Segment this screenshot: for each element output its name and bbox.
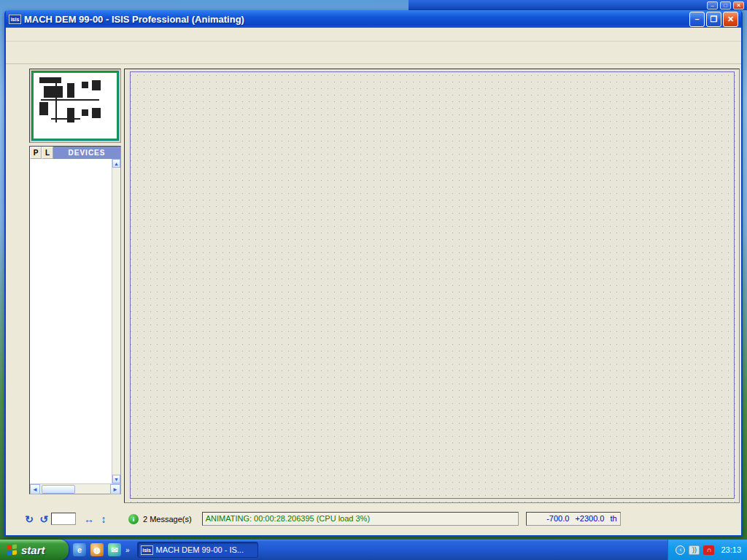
network-icon[interactable]: )): [689, 545, 700, 555]
system-tray: ‹ )) ∩ 23:13: [667, 540, 747, 560]
device-list-hscrollbar[interactable]: ◄ ►: [30, 483, 120, 494]
scroll-down-arrow[interactable]: ▼: [112, 475, 120, 483]
library-manager-button[interactable]: L: [42, 147, 53, 159]
background-window-titlebar: – □ ✕: [409, 0, 747, 10]
rotate-clockwise-button[interactable]: ↻: [22, 512, 36, 526]
info-icon: i: [128, 514, 139, 524]
device-list: [30, 159, 112, 483]
flip-horizontal-button[interactable]: ↔: [82, 512, 96, 526]
bg-minimize-button[interactable]: –: [707, 1, 718, 9]
taskbar-task-button[interactable]: isis MACH DEM 99-00 - IS...: [137, 542, 258, 558]
main-toolbar: [6, 42, 741, 64]
messenger-icon[interactable]: ✉: [108, 543, 121, 556]
overview-minimap[interactable]: [29, 69, 121, 143]
coord-units: th: [610, 513, 616, 525]
animation-status: ANIMATING: 00:00:28.206395 (CPU load 3%): [202, 512, 519, 526]
start-button[interactable]: start: [0, 540, 69, 560]
antivirus-icon[interactable]: ∩: [703, 545, 714, 555]
coord-x: -700.0: [546, 513, 569, 525]
scroll-right-arrow[interactable]: ►: [110, 484, 120, 494]
minimize-button[interactable]: –: [689, 12, 705, 27]
maximize-button[interactable]: ❐: [706, 12, 721, 27]
rotation-angle-input[interactable]: [51, 513, 76, 525]
hscroll-thumb[interactable]: [42, 485, 75, 494]
device-list-vscrollbar[interactable]: ▲ ▼: [112, 159, 120, 483]
close-button[interactable]: ✕: [723, 12, 738, 27]
overview-thumbnail: [32, 71, 118, 140]
bottom-control-bar: ↻ ↺ ↔ ↕ i 2 Message(s) ANIMATING: 00:00:…: [7, 509, 741, 529]
windows-taskbar: start e ◍ ✉ » isis MACH DEM 99-00 - IS..…: [0, 540, 747, 560]
internet-explorer-icon[interactable]: e: [73, 543, 86, 556]
flip-vertical-button[interactable]: ↕: [96, 512, 111, 526]
message-count: 2 Message(s): [143, 515, 192, 524]
isis-application-window: isis MACH DEM 99-00 - ISIS Professional …: [4, 10, 743, 537]
title-bar[interactable]: isis MACH DEM 99-00 - ISIS Professional …: [6, 10, 741, 28]
isis-task-icon: isis: [141, 545, 153, 555]
window-title: MACH DEM 99-00 - ISIS Professional (Anim…: [24, 14, 688, 25]
menu-bar: [6, 28, 741, 42]
scroll-up-arrow[interactable]: ▲: [112, 159, 120, 168]
clock: 23:13: [721, 545, 741, 554]
device-list-panel: P L DEVICES ▲ ▼ ◄ ►: [29, 146, 121, 494]
quick-launch-chevron[interactable]: »: [125, 546, 130, 554]
rotate-anticlockwise-button[interactable]: ↺: [36, 512, 51, 526]
bg-maximize-button[interactable]: □: [720, 1, 731, 9]
scroll-left-arrow[interactable]: ◄: [30, 484, 40, 494]
coord-y: +2300.0: [575, 513, 604, 525]
search-orb-icon[interactable]: ◍: [90, 543, 104, 556]
windows-flag-icon: [7, 544, 18, 555]
isis-app-icon: isis: [9, 15, 21, 24]
bg-close-button[interactable]: ✕: [733, 1, 744, 9]
tray-chevron-icon[interactable]: ‹: [676, 545, 685, 555]
schematic-editor[interactable]: [124, 69, 740, 503]
message-area[interactable]: i 2 Message(s): [128, 514, 192, 524]
devices-header: DEVICES: [53, 147, 120, 159]
coordinate-display: -700.0 +2300.0 th: [526, 512, 621, 526]
sheet-border: [130, 71, 735, 499]
pick-devices-button[interactable]: P: [30, 147, 42, 159]
